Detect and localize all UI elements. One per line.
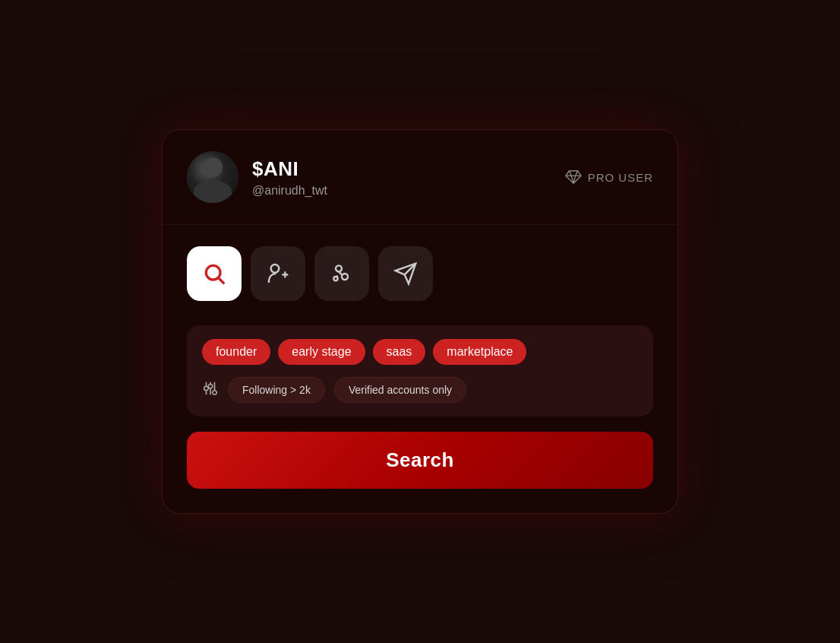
tags-row: founder early stage saas marketplace bbox=[202, 339, 638, 365]
display-name: $ANI bbox=[252, 157, 327, 181]
user-info-container: $ANI @anirudh_twt bbox=[187, 151, 327, 203]
tags-section: founder early stage saas marketplace Fol… bbox=[187, 325, 653, 417]
add-person-icon bbox=[266, 261, 290, 286]
header: $ANI @anirudh_twt PRO USER bbox=[163, 130, 677, 225]
tag-saas[interactable]: saas bbox=[373, 339, 426, 365]
main-content: founder early stage saas marketplace Fol… bbox=[163, 225, 677, 513]
avatar bbox=[187, 151, 238, 203]
main-card: $ANI @anirudh_twt PRO USER bbox=[162, 129, 678, 514]
tag-early-stage[interactable]: early stage bbox=[278, 339, 365, 365]
filter-verified[interactable]: Verified accounts only bbox=[334, 377, 466, 403]
filters-row: Following > 2k Verified accounts only bbox=[202, 377, 638, 403]
svg-line-9 bbox=[336, 276, 337, 277]
user-handle: @anirudh_twt bbox=[252, 184, 327, 198]
diamond-icon bbox=[565, 169, 582, 185]
network-icon bbox=[330, 261, 354, 286]
svg-point-7 bbox=[333, 277, 337, 280]
svg-line-1 bbox=[219, 278, 224, 283]
tab-network[interactable] bbox=[314, 246, 369, 301]
user-details: $ANI @anirudh_twt bbox=[252, 157, 327, 198]
svg-point-5 bbox=[336, 265, 342, 271]
avatar-image bbox=[187, 151, 238, 203]
svg-point-0 bbox=[206, 265, 220, 280]
search-icon bbox=[202, 261, 226, 286]
pro-badge: PRO USER bbox=[565, 169, 653, 185]
search-button[interactable]: Search bbox=[187, 432, 653, 489]
tab-add-person[interactable] bbox=[251, 246, 305, 301]
filter-following[interactable]: Following > 2k bbox=[228, 377, 325, 403]
tab-send[interactable] bbox=[378, 246, 433, 301]
filter-icon bbox=[202, 380, 219, 401]
send-icon bbox=[393, 261, 418, 286]
tab-search[interactable] bbox=[187, 246, 242, 301]
tag-founder[interactable]: founder bbox=[202, 339, 270, 365]
svg-line-8 bbox=[339, 271, 342, 274]
pro-label: PRO USER bbox=[588, 171, 653, 184]
icon-tabs bbox=[187, 246, 653, 301]
svg-point-6 bbox=[342, 274, 348, 280]
svg-point-2 bbox=[271, 264, 279, 273]
tag-marketplace[interactable]: marketplace bbox=[433, 339, 526, 365]
